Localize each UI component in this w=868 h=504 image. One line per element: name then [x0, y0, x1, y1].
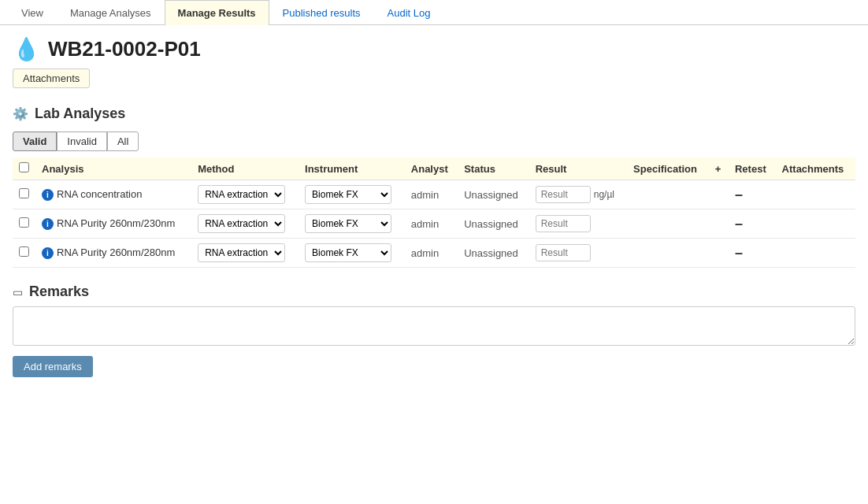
status-0: Unassigned [458, 180, 529, 209]
th-analyst: Analyst [405, 158, 458, 180]
row-attachments-1 [776, 209, 855, 239]
result-input-0[interactable] [536, 186, 591, 203]
th-plus: + [709, 158, 729, 180]
info-icon-0[interactable]: i [42, 189, 54, 201]
analysis-name-1: RNA Purity 260nm/230nm [57, 217, 175, 229]
table-row: iRNA concentrationRNA extractionBiomek F… [13, 180, 855, 209]
analysis-name-0: RNA concentration [57, 188, 142, 200]
filter-valid[interactable]: Valid [13, 132, 57, 151]
sample-id: WB21-0002-P01 [48, 37, 201, 61]
filter-buttons: Valid Invalid All [0, 128, 868, 158]
th-instrument: Instrument [299, 158, 405, 180]
method-select-0[interactable]: RNA extraction [198, 185, 285, 204]
analyst-0: admin [405, 180, 458, 209]
tab-published-results[interactable]: Published results [269, 0, 374, 25]
tab-audit-log[interactable]: Audit Log [374, 0, 444, 25]
th-specification: Specification [627, 158, 709, 180]
attachments-button[interactable]: Attachments [13, 69, 90, 88]
retest-dash-1: – [735, 216, 743, 232]
tab-manage-analyses[interactable]: Manage Analyses [57, 0, 165, 25]
instrument-select-0[interactable]: Biomek FX [305, 185, 391, 204]
lab-analyses-title: Lab Analyses [35, 106, 125, 122]
analyst-2: admin [405, 239, 458, 268]
th-result: Result [529, 158, 627, 180]
remarks-section: ▭ Remarks Add remarks [0, 268, 868, 385]
analyses-table-wrap: Analysis Method Instrument Analyst Statu… [0, 158, 868, 268]
analyses-table: Analysis Method Instrument Analyst Statu… [13, 158, 855, 268]
th-retest: Retest [729, 158, 776, 180]
plus-col-1 [709, 209, 729, 239]
page-header: 💧 WB21-0002-P01 [0, 25, 868, 69]
row-checkbox-0[interactable] [19, 188, 29, 198]
instrument-select-1[interactable]: Biomek FX [305, 214, 391, 233]
row-checkbox-2[interactable] [19, 246, 29, 257]
unit-label-0: ng/µl [594, 189, 614, 200]
specification-0 [627, 180, 709, 209]
lab-analyses-icon: ⚙️ [13, 106, 28, 121]
result-input-1[interactable] [536, 215, 591, 232]
drop-icon: 💧 [13, 36, 40, 62]
info-icon-2[interactable]: i [42, 247, 54, 259]
retest-dash-0: – [735, 187, 743, 202]
select-all-checkbox[interactable] [19, 162, 29, 172]
method-select-2[interactable]: RNA extraction [198, 243, 285, 262]
lab-analyses-header: ⚙️ Lab Analyses [0, 98, 868, 128]
tab-view[interactable]: View [8, 0, 57, 25]
analyst-1: admin [405, 209, 458, 239]
specification-2 [627, 239, 709, 268]
status-2: Unassigned [458, 239, 529, 268]
analysis-name-2: RNA Purity 260nm/280nm [57, 246, 175, 258]
instrument-select-2[interactable]: Biomek FX [305, 243, 391, 262]
status-1: Unassigned [458, 209, 529, 239]
remarks-icon: ▭ [13, 286, 23, 298]
tab-manage-results[interactable]: Manage Results [165, 0, 269, 25]
result-input-2[interactable] [536, 244, 591, 261]
remarks-textarea[interactable] [13, 306, 855, 346]
plus-col-0 [709, 180, 729, 209]
th-method: Method [191, 158, 299, 180]
filter-invalid[interactable]: Invalid [57, 132, 107, 151]
retest-dash-2: – [735, 245, 743, 261]
specification-1 [627, 209, 709, 239]
th-status: Status [458, 158, 529, 180]
th-attachments: Attachments [776, 158, 855, 180]
attachments-btn-wrap: Attachments [0, 69, 868, 98]
add-remarks-button[interactable]: Add remarks [13, 356, 93, 377]
row-checkbox-1[interactable] [19, 217, 29, 228]
table-row: iRNA Purity 260nm/280nmRNA extractionBio… [13, 239, 855, 268]
table-row: iRNA Purity 260nm/230nmRNA extractionBio… [13, 209, 855, 239]
row-attachments-0 [776, 180, 855, 209]
filter-all[interactable]: All [107, 132, 139, 151]
plus-col-2 [709, 239, 729, 268]
remarks-title: Remarks [29, 284, 89, 300]
th-analysis: Analysis [35, 158, 191, 180]
info-icon-1[interactable]: i [42, 218, 54, 230]
row-attachments-2 [776, 239, 855, 268]
tab-bar: View Manage Analyses Manage Results Publ… [0, 0, 868, 25]
method-select-1[interactable]: RNA extraction [198, 214, 285, 233]
remarks-header: ▭ Remarks [13, 284, 855, 300]
